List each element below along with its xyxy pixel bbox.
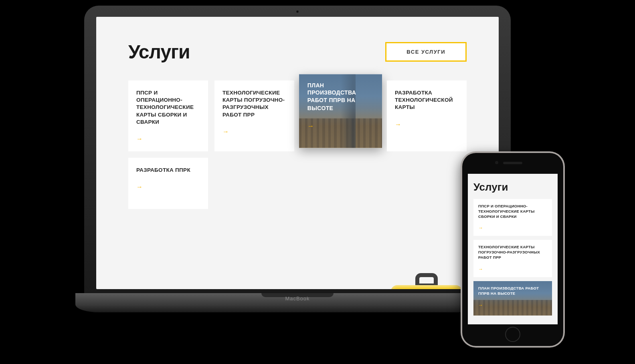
- service-card[interactable]: ППСР И ОПЕРАЦИОННО-ТЕХНОЛОГИЧЕСКИЕ КАРТЫ…: [128, 80, 208, 151]
- card-title: ТЕХНОЛОГИЧЕСКИЕ КАРТЫ ПОГРУЗОЧНО-РАЗГРУЗ…: [222, 89, 286, 119]
- phone-screen: Услуги ППСР И ОПЕРАЦИОННО-ТЕХНОЛОГИЧЕСКИ…: [468, 174, 558, 324]
- camera-icon: [495, 161, 498, 164]
- service-card[interactable]: ТЕХНОЛОГИЧЕСКИЕ КАРТЫ ПОГРУЗОЧНО-РАЗГРУЗ…: [214, 80, 294, 151]
- page-title: Услуги: [128, 41, 190, 63]
- service-cards-row-2: РАЗРАБОТКА ППРК: [128, 158, 467, 209]
- home-button-icon[interactable]: [505, 327, 520, 342]
- laptop-device: Услуги ВСЕ УСЛУГИ ППСР И ОПЕРАЦИОННО-ТЕХ…: [75, 6, 520, 312]
- page-header: Услуги ВСЕ УСЛУГИ: [128, 41, 467, 63]
- laptop-base: MacBook: [75, 293, 520, 312]
- briefcase-body: [390, 285, 463, 289]
- card-title: ПЛАН ПРОИЗВОДСТВА РАБОТ ППРВ НА ВЫСОТЕ: [307, 82, 374, 112]
- arrow-right-icon: [136, 183, 143, 190]
- card-title: РАЗРАБОТКА ТЕХНОЛОГИЧЕСКОЙ КАРТЫ: [395, 89, 459, 111]
- arrow-right-icon: [478, 266, 483, 272]
- arrow-right-icon: [395, 121, 401, 128]
- service-card-featured[interactable]: ПЛАН ПРОИЗВОДСТВА РАБОТ ППРВ НА ВЫСОТЕ: [299, 74, 382, 148]
- camera-icon: [296, 10, 299, 13]
- page-title: Услуги: [473, 181, 552, 193]
- laptop-brand-label: MacBook: [75, 296, 520, 302]
- arrow-right-icon: [478, 302, 483, 308]
- phone-body: Услуги ППСР И ОПЕРАЦИОННО-ТЕХНОЛОГИЧЕСКИ…: [462, 153, 563, 346]
- service-card[interactable]: РАЗРАБОТКА ТЕХНОЛОГИЧЕСКОЙ КАРТЫ: [387, 80, 467, 151]
- card-title: ТЕХНОЛОГИЧЕСКИЕ КАРТЫ ПОГРУЗОЧНО-РАЗГРУЗ…: [478, 245, 547, 260]
- laptop-bezel: Услуги ВСЕ УСЛУГИ ППСР И ОПЕРАЦИОННО-ТЕХ…: [84, 6, 511, 293]
- service-cards-row-1: ППСР И ОПЕРАЦИОННО-ТЕХНОЛОГИЧЕСКИЕ КАРТЫ…: [128, 80, 467, 151]
- arrow-right-icon: [307, 122, 314, 129]
- arrow-right-icon: [136, 135, 143, 142]
- card-title: ППСР И ОПЕРАЦИОННО-ТЕХНОЛОГИЧЕСКИЕ КАРТЫ…: [136, 89, 200, 126]
- card-title: ПЛАН ПРОИЗВОДСТВА РАБОТ ППРВ НА ВЫСОТЕ: [478, 286, 547, 296]
- card-title: ППСР И ОПЕРАЦИОННО-ТЕХНОЛОГИЧЕСКИЕ КАРТЫ…: [478, 204, 547, 219]
- phone-device: Услуги ППСР И ОПЕРАЦИОННО-ТЕХНОЛОГИЧЕСКИ…: [461, 151, 565, 348]
- service-card-featured[interactable]: ПЛАН ПРОИЗВОДСТВА РАБОТ ППРВ НА ВЫСОТЕ: [473, 281, 552, 316]
- arrow-right-icon: [478, 225, 483, 231]
- services-page: Услуги ВСЕ УСЛУГИ ППСР И ОПЕРАЦИОННО-ТЕХ…: [96, 17, 499, 289]
- card-title: РАЗРАБОТКА ППРК: [136, 167, 200, 174]
- arrow-right-icon: [222, 128, 229, 135]
- mobile-services-page: Услуги ППСР И ОПЕРАЦИОННО-ТЕХНОЛОГИЧЕСКИ…: [468, 174, 558, 316]
- laptop-screen: Услуги ВСЕ УСЛУГИ ППСР И ОПЕРАЦИОННО-ТЕХ…: [96, 17, 499, 289]
- briefcase-illustration: [390, 273, 463, 289]
- all-services-button[interactable]: ВСЕ УСЛУГИ: [385, 42, 467, 62]
- service-card[interactable]: РАЗРАБОТКА ППРК: [128, 158, 208, 209]
- service-card[interactable]: ТЕХНОЛОГИЧЕСКИЕ КАРТЫ ПОГРУЗОЧНО-РАЗГРУЗ…: [473, 240, 552, 277]
- service-card[interactable]: ППСР И ОПЕРАЦИОННО-ТЕХНОЛОГИЧЕСКИЕ КАРТЫ…: [473, 199, 552, 236]
- speaker-icon: [503, 162, 522, 164]
